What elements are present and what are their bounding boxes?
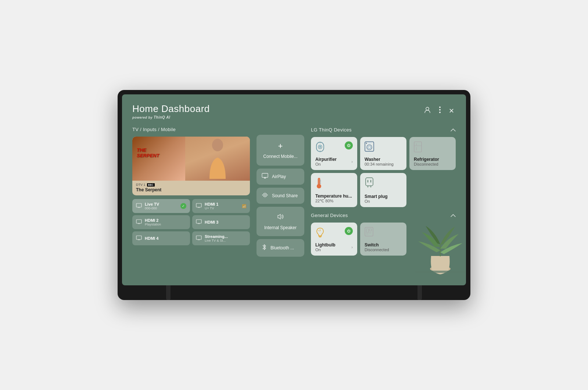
input-hdmi3[interactable]: HDMI 3 bbox=[192, 215, 250, 229]
tv-screen: Home Dashboard powered by ThinQ AI bbox=[122, 94, 466, 285]
right-panel: LG ThinQ Devices bbox=[311, 127, 456, 261]
tv-stand-leg-left bbox=[166, 285, 171, 300]
person-image bbox=[185, 137, 250, 181]
internal-speaker-button[interactable]: Internal Speaker bbox=[257, 207, 304, 236]
svg-line-47 bbox=[318, 230, 319, 231]
washer-name: Washer bbox=[365, 157, 402, 162]
lightbulb-arrow-icon: › bbox=[351, 245, 353, 249]
sound-share-icon bbox=[262, 192, 268, 199]
airpurifier-power-icon bbox=[345, 141, 353, 149]
temperature-card[interactable]: Temperature hu... 22℃ 80% bbox=[311, 173, 357, 207]
active-check-icon: ✓ bbox=[180, 203, 186, 209]
show-name: The Serpent bbox=[136, 187, 246, 192]
smartplug-name: Smart plug bbox=[365, 194, 402, 199]
svg-rect-32 bbox=[414, 142, 422, 152]
tv-preview-info: DTV 1 BBC The Serpent bbox=[132, 181, 250, 195]
lightbulb-card[interactable]: Lightbulb On › bbox=[311, 223, 357, 256]
airpurifier-card[interactable]: Airpurifier On › bbox=[311, 137, 357, 170]
lightbulb-icon bbox=[315, 227, 325, 239]
svg-point-53 bbox=[430, 266, 451, 272]
refrigerator-name: Refrigerator bbox=[414, 157, 451, 162]
header-subtitle: powered by ThinQ AI bbox=[132, 115, 210, 119]
svg-point-3 bbox=[439, 112, 441, 113]
svg-rect-13 bbox=[136, 236, 141, 239]
header-controls: ✕ bbox=[422, 105, 456, 117]
tv-frame: Home Dashboard powered by ThinQ AI bbox=[118, 90, 470, 300]
tv-icon bbox=[136, 203, 142, 209]
powered-by-text: powered by bbox=[132, 116, 154, 119]
thinq-collapse-button[interactable] bbox=[451, 127, 456, 133]
thinq-devices-grid: Airpurifier On › bbox=[311, 137, 456, 207]
streaming-sub: Live TV & St... bbox=[205, 239, 228, 242]
dashboard-title: Home Dashboard bbox=[132, 103, 210, 115]
tv-preview-card[interactable]: BBC THESERPENT bbox=[132, 137, 250, 195]
general-devices-grid: Lightbulb On › bbox=[311, 223, 456, 256]
middle-panel: + Connect Mobile... AirPlay bbox=[257, 135, 304, 261]
svg-point-2 bbox=[439, 109, 441, 111]
svg-rect-50 bbox=[369, 229, 372, 231]
smartplug-icon bbox=[365, 177, 374, 189]
plus-icon: + bbox=[278, 141, 283, 151]
live-tv-label: Live TV bbox=[145, 202, 159, 206]
svg-point-36 bbox=[317, 184, 321, 188]
refrigerator-card[interactable]: Refrigerator Disconnected bbox=[409, 137, 456, 170]
svg-point-30 bbox=[366, 143, 367, 144]
switch-card[interactable]: Switch Disconnected bbox=[360, 223, 406, 256]
washer-icon bbox=[365, 141, 374, 153]
thinq-section-header: LG ThinQ Devices bbox=[311, 127, 456, 133]
svg-rect-41 bbox=[366, 178, 373, 186]
more-icon bbox=[439, 106, 441, 113]
sound-share-label: Sound Share bbox=[272, 193, 298, 198]
svg-point-4 bbox=[212, 139, 223, 151]
smartplug-card[interactable]: Smart plug On bbox=[360, 173, 406, 207]
washer-status: 00:34 remaining bbox=[365, 162, 402, 166]
switch-name: Switch bbox=[365, 242, 402, 248]
show-title-display: THESERPENT bbox=[137, 148, 159, 159]
svg-rect-31 bbox=[368, 142, 371, 144]
airplay-label: AirPlay bbox=[272, 174, 286, 179]
bbc-logo: BBC bbox=[147, 183, 155, 187]
bluetooth-label: Bluetooth ... bbox=[270, 245, 294, 250]
general-section-label: General Devices bbox=[311, 213, 348, 218]
lightbulb-name: Lightbulb bbox=[315, 242, 336, 248]
hdmi3-label: HDMI 3 bbox=[205, 220, 218, 224]
close-button[interactable]: ✕ bbox=[447, 105, 456, 116]
svg-rect-17 bbox=[262, 173, 268, 177]
main-layout: TV / Inputs / Mobile BBC bbox=[132, 127, 456, 261]
thinq-section-label: LG ThinQ Devices bbox=[311, 127, 352, 133]
svg-point-0 bbox=[426, 107, 429, 110]
live-tv-sub: 000-000 bbox=[145, 206, 159, 210]
input-hdmi4[interactable]: HDMI 4 bbox=[132, 231, 190, 245]
svg-point-1 bbox=[439, 106, 441, 108]
tv-stand bbox=[122, 285, 466, 300]
profile-icon bbox=[424, 106, 431, 113]
sound-share-button[interactable]: Sound Share bbox=[257, 188, 304, 204]
bluetooth-button[interactable]: Bluetooth ... bbox=[257, 239, 304, 257]
airplay-button[interactable]: AirPlay bbox=[257, 169, 304, 185]
lightbulb-status: On bbox=[315, 248, 336, 252]
temperature-status: 22℃ 80% bbox=[315, 199, 353, 203]
hdmi1-label: HDMI 1 bbox=[205, 202, 218, 206]
svg-point-29 bbox=[368, 146, 371, 149]
airpurifier-name: Airpurifier bbox=[315, 157, 337, 162]
input-hdmi2[interactable]: HDMI 2 Playstation bbox=[132, 215, 190, 229]
general-section-header: General Devices bbox=[311, 212, 456, 218]
chevron-up-icon bbox=[451, 129, 456, 131]
hdmi4-label: HDMI 4 bbox=[145, 236, 158, 241]
input-streaming[interactable]: Streaming... Live TV & St... bbox=[192, 231, 250, 245]
tv-preview-image: BBC THESERPENT bbox=[132, 137, 250, 181]
person-silhouette bbox=[207, 138, 229, 179]
switch-icon bbox=[365, 227, 373, 238]
profile-button[interactable] bbox=[422, 105, 433, 117]
refrigerator-icon bbox=[414, 141, 422, 154]
channel-badge: DTV 1 BBC bbox=[136, 183, 246, 187]
more-options-button[interactable] bbox=[438, 105, 442, 116]
airpurifier-icon bbox=[315, 141, 325, 154]
airpurifier-arrow-icon: › bbox=[351, 159, 353, 164]
washer-card[interactable]: Washer 00:34 remaining bbox=[360, 137, 406, 170]
input-hdmi1[interactable]: HDMI 1 U+ TV 📶 bbox=[192, 199, 250, 213]
general-collapse-button[interactable] bbox=[451, 212, 456, 218]
input-live-tv[interactable]: Live TV 000-000 ✓ bbox=[132, 199, 190, 213]
connect-mobile-button[interactable]: + Connect Mobile... bbox=[257, 135, 304, 166]
hdmi4-icon bbox=[136, 235, 142, 241]
